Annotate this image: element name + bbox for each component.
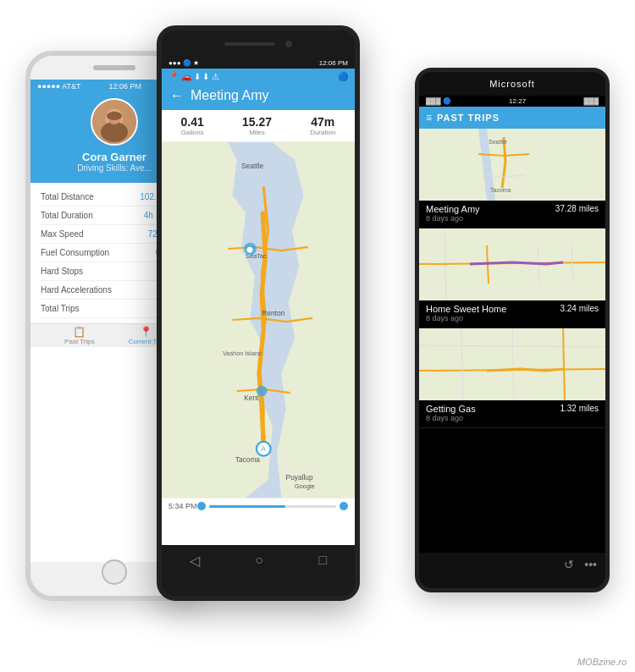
winphone-title: PAST TRIPS <box>437 113 500 123</box>
duration-value: 47m <box>310 115 335 129</box>
trip-name-group-3: Getting Gas 8 days ago <box>426 404 476 422</box>
win-time-label: 12:27 <box>509 97 526 105</box>
trip-time-3: 8 days ago <box>426 414 476 422</box>
trip-name-3: Getting Gas <box>426 404 476 414</box>
map-stat-miles: 15.27 Miles <box>242 115 272 136</box>
winphone-top: Microsoft <box>419 72 605 96</box>
scene: ●●●●● AT&T 12:06 PM ▓▓▓▓ Cora Garner <box>0 0 635 672</box>
back-button[interactable]: ← <box>170 88 184 103</box>
trip-item-3[interactable]: Getting Gas 8 days ago 1.32 miles <box>419 328 605 428</box>
carrier-label: ●●●●● AT&T <box>37 82 81 91</box>
recents-nav-button[interactable]: □ <box>319 553 328 568</box>
stat-label: Max Speed <box>41 229 84 239</box>
map-notification-bar: 📍 🚗 ⬇ ⬇ ⚠ 🔵 <box>162 69 355 85</box>
winphone-status-bar: ▓▓▓ 🔵 12:27 ▓▓▓ <box>419 96 605 107</box>
svg-text:Google: Google <box>295 483 315 491</box>
android-device: ●●● 🔵 ★ 12:06 PM 📍 🚗 ⬇ ⬇ ⚠ 🔵 ← Meeting A… <box>157 25 360 601</box>
more-icon[interactable]: ••• <box>584 558 597 571</box>
trips-list: Seattle Tacoma Meeting Amy 8 days ago 37… <box>419 129 605 428</box>
map-canvas: Seattle Renton Kent Tacoma Puyallup SeaT… <box>162 142 355 498</box>
tab-past-trips[interactable]: 📋 Past Trips <box>64 326 95 345</box>
winphone-screen: ▓▓▓ 🔵 12:27 ▓▓▓ ≡ PAST TRIPS <box>419 96 605 553</box>
trip-info-1: Meeting Amy 8 days ago 37.28 miles <box>419 201 605 228</box>
refresh-icon[interactable]: ↺ <box>564 558 574 571</box>
miles-value: 15.27 <box>242 115 272 129</box>
android-status-left: ●●● 🔵 ★ <box>168 59 199 67</box>
android-screen: ●●● 🔵 ★ 12:06 PM 📍 🚗 ⬇ ⬇ ⚠ 🔵 ← Meeting A… <box>162 58 355 545</box>
svg-point-5 <box>107 112 122 120</box>
map-time-bar: 5:34 PM <box>162 498 355 514</box>
map-view: Seattle Renton Kent Tacoma Puyallup SeaT… <box>162 142 355 498</box>
stat-label: Total Trips <box>41 304 80 313</box>
svg-point-16 <box>257 386 268 397</box>
trip-item-1[interactable]: Seattle Tacoma Meeting Amy 8 days ago 37… <box>419 129 605 229</box>
android-camera <box>285 41 292 47</box>
timeline-start-dot <box>197 502 206 510</box>
svg-text:Seattle: Seattle <box>241 162 263 171</box>
tab-past-trips-label: Past Trips <box>64 338 95 345</box>
trip-name-1: Meeting Amy <box>426 204 480 214</box>
svg-text:Tacoma: Tacoma <box>490 187 511 193</box>
trip-name-group-1: Meeting Amy 8 days ago <box>426 204 480 223</box>
win-signal-icon: ▓▓▓ 🔵 <box>426 97 451 105</box>
trip-map-1: Seattle Tacoma <box>419 129 605 201</box>
map-stats-bar: 0.41 Gallons 15.27 Miles 47m Duration <box>162 110 355 142</box>
hamburger-icon[interactable]: ≡ <box>426 112 432 124</box>
android-top <box>162 30 355 58</box>
windows-phone-device: Microsoft ▓▓▓ 🔵 12:27 ▓▓▓ ≡ PAST TRIPS <box>415 68 610 592</box>
win-battery-icon: ▓▓▓ <box>584 97 599 105</box>
android-nav-bar: ◁ ○ □ <box>162 545 355 576</box>
map-stat-duration: 47m Duration <box>310 115 335 136</box>
stat-label: Total Distance <box>41 192 94 201</box>
timeline-fill <box>209 505 285 508</box>
timeline-bar <box>209 505 336 508</box>
trip-distance-3: 1.32 miles <box>560 404 599 413</box>
winphone-header: ≡ PAST TRIPS <box>419 107 605 129</box>
stat-label: Total Duration <box>41 211 93 220</box>
trip-distance-2: 3.24 miles <box>560 304 599 313</box>
svg-text:Tacoma: Tacoma <box>235 455 261 464</box>
trip-time-label: 5:34 PM <box>168 502 197 510</box>
android-status-bar: ●●● 🔵 ★ 12:06 PM <box>162 58 355 69</box>
timeline-end-dot <box>340 502 348 510</box>
svg-point-3 <box>101 122 128 142</box>
home-nav-button[interactable]: ○ <box>255 553 263 568</box>
svg-text:Puyallup: Puyallup <box>286 473 313 482</box>
winphone-bottom-bar: ↺ ••• <box>419 553 605 576</box>
svg-text:Seattle: Seattle <box>489 139 507 145</box>
trip-item-2[interactable]: Home Sweet Home 8 days ago 3.24 miles <box>419 229 605 328</box>
duration-label: Duration <box>310 129 335 136</box>
trip-distance-1: 37.28 miles <box>555 204 599 213</box>
watermark: MOBzine.ro <box>577 657 627 667</box>
map-icons: 📍 🚗 ⬇ ⬇ ⚠ <box>168 72 219 81</box>
trip-name-group-2: Home Sweet Home 8 days ago <box>426 304 506 322</box>
svg-text:Vashon Island: Vashon Island <box>223 350 262 357</box>
trip-map-3 <box>419 328 605 400</box>
android-status-right: 12:06 PM <box>319 59 348 67</box>
time-label: 12:06 PM <box>108 82 141 91</box>
stat-label: Hard Stops <box>41 267 83 276</box>
past-trips-icon: 📋 <box>64 326 95 338</box>
gallons-label: Gallons <box>181 129 204 136</box>
back-nav-button[interactable]: ◁ <box>190 553 200 569</box>
miles-label: Miles <box>242 129 272 136</box>
trip-name-2: Home Sweet Home <box>426 304 506 314</box>
trip-map-2 <box>419 229 605 300</box>
map-screen-title: Meeting Amy <box>190 88 346 103</box>
gallons-value: 0.41 <box>181 115 204 129</box>
trip-time-2: 8 days ago <box>426 314 506 322</box>
brand-label: Microsoft <box>489 79 535 89</box>
trip-info-3: Getting Gas 8 days ago 1.32 miles <box>419 400 605 427</box>
home-button[interactable] <box>102 559 127 585</box>
iphone-speaker <box>93 65 135 70</box>
svg-text:A: A <box>261 444 266 453</box>
stat-label: Fuel Consumption <box>41 248 109 257</box>
avatar <box>91 98 138 146</box>
map-stat-gallons: 0.41 Gallons <box>181 115 204 136</box>
stat-label: Hard Accelerations <box>41 285 112 295</box>
map-header: ← Meeting Amy <box>162 85 355 110</box>
trip-time-1: 8 days ago <box>426 214 480 223</box>
trip-info-2: Home Sweet Home 8 days ago 3.24 miles <box>419 300 605 328</box>
svg-text:⬤: ⬤ <box>246 245 253 253</box>
android-speaker <box>224 42 275 46</box>
